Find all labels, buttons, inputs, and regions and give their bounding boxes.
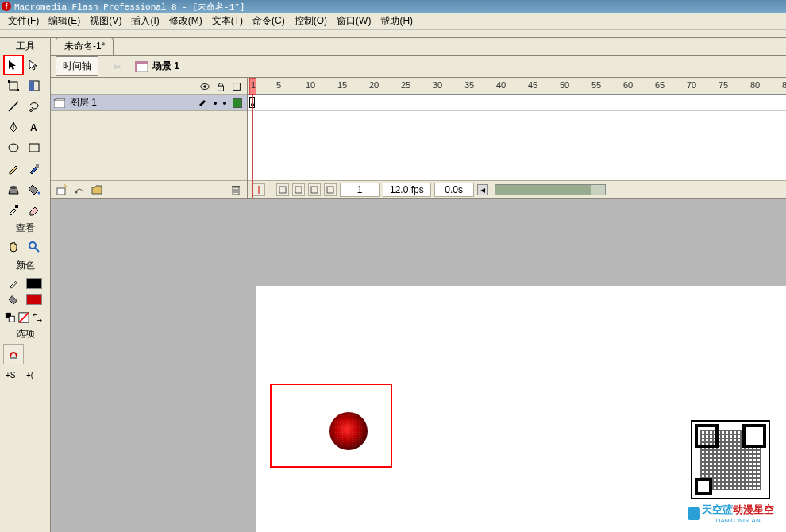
- hand-tool[interactable]: [3, 237, 24, 257]
- svg-point-33: [75, 191, 78, 193]
- text-tool[interactable]: A: [24, 117, 44, 137]
- selection-tool[interactable]: [3, 55, 24, 75]
- layer-1-frames[interactable]: [248, 95, 786, 111]
- layer-visible-dot[interactable]: [214, 102, 217, 105]
- onion-skin-outlines-button[interactable]: [292, 183, 305, 196]
- elapsed-time-display: 0.0s: [434, 183, 474, 197]
- menu-commands[interactable]: 命令(C): [248, 13, 290, 29]
- ruler-tick-55: 55: [591, 80, 601, 90]
- nav-back-button[interactable]: ⇦: [106, 61, 127, 72]
- rectangle-tool[interactable]: [24, 137, 44, 158]
- pen-tool[interactable]: [3, 117, 24, 137]
- modify-onion-markers-button[interactable]: [324, 183, 337, 196]
- lock-icon[interactable]: [215, 81, 226, 92]
- delete-layer-button[interactable]: [229, 183, 242, 196]
- menu-help[interactable]: 帮助(H): [376, 13, 418, 29]
- svg-rect-31: [54, 100, 65, 108]
- ruler-tick-75: 75: [719, 80, 728, 90]
- menu-insert[interactable]: 插入(I): [126, 13, 164, 29]
- fill-color-swatch[interactable]: [24, 291, 44, 307]
- watermark-brand-en: TIANKONGLAN: [702, 517, 774, 524]
- view-title: 查看: [0, 220, 50, 237]
- svg-text:+S: +S: [6, 371, 16, 380]
- options-title: 选项: [0, 326, 50, 342]
- ruler-tick-60: 60: [623, 80, 633, 90]
- oval-tool[interactable]: [3, 137, 24, 158]
- paint-bucket-tool[interactable]: [24, 179, 44, 199]
- menu-modify[interactable]: 修改(M): [164, 13, 207, 29]
- snap-to-objects-button[interactable]: [3, 344, 24, 364]
- zoom-tool[interactable]: [24, 237, 44, 257]
- layer-edit-icon: [198, 97, 207, 109]
- menubar: 文件(F) 编辑(E) 视图(V) 插入(I) 修改(M) 文本(T) 命令(C…: [0, 13, 786, 30]
- timeline-toggle-button[interactable]: 时间轴: [56, 56, 98, 76]
- onion-skin-button[interactable]: [276, 183, 289, 196]
- scroll-left-button[interactable]: ◂: [477, 184, 488, 195]
- lasso-tool[interactable]: [24, 96, 44, 117]
- fps-display: 12.0 fps: [383, 183, 431, 197]
- menu-text[interactable]: 文本(T): [207, 13, 248, 29]
- default-colors-button[interactable]: [3, 310, 17, 324]
- timeline-ruler[interactable]: 151015202530354045505560657075808590: [248, 78, 786, 95]
- frames-area: 151015202530354045505560657075808590: [248, 78, 786, 198]
- svg-rect-26: [135, 61, 137, 72]
- svg-rect-0: [10, 82, 17, 90]
- show-hide-icon[interactable]: [199, 81, 210, 92]
- app-title: Macromedia Flash Professional 8 - [未命名-1…: [14, 1, 245, 13]
- watermark-logo-icon: [688, 507, 700, 520]
- ruler-tick-45: 45: [528, 80, 537, 90]
- smooth-option[interactable]: +S: [3, 368, 24, 384]
- outline-icon[interactable]: [231, 81, 242, 92]
- swap-colors-button[interactable]: [30, 310, 44, 324]
- menu-file[interactable]: 文件(F): [3, 13, 44, 29]
- insert-folder-button[interactable]: [91, 183, 103, 196]
- svg-rect-42: [311, 187, 318, 193]
- frames-track[interactable]: [248, 95, 786, 180]
- document-tab[interactable]: 未命名-1*: [56, 37, 114, 55]
- center-frame-button[interactable]: [252, 183, 265, 196]
- ruler-tick-80: 80: [750, 80, 760, 90]
- free-transform-tool[interactable]: [3, 75, 24, 96]
- stroke-color-swatch[interactable]: [24, 276, 44, 291]
- red-ball-shape[interactable]: [329, 412, 368, 450]
- ink-bottle-tool[interactable]: [3, 179, 24, 199]
- scene-bar: 时间轴 ⇦ 场景 1: [51, 56, 786, 78]
- menu-control[interactable]: 控制(O): [290, 13, 332, 29]
- ruler-tick-40: 40: [496, 80, 506, 90]
- svg-rect-30: [233, 83, 241, 90]
- menu-window[interactable]: 窗口(W): [332, 13, 376, 29]
- layer-lock-dot[interactable]: [223, 102, 226, 105]
- insert-motion-guide-button[interactable]: [73, 183, 86, 196]
- straighten-option[interactable]: +(: [24, 368, 44, 384]
- scene-name[interactable]: 场景 1: [152, 60, 179, 73]
- svg-rect-4: [29, 81, 34, 91]
- layer-color-chip[interactable]: [233, 98, 242, 108]
- timeline-panel: 图层 1: [51, 78, 786, 199]
- playhead-line: [252, 95, 253, 198]
- eraser-tool[interactable]: [24, 199, 44, 220]
- timeline-footer: 1 12.0 fps 0.0s ◂: [248, 180, 786, 198]
- eyedropper-tool[interactable]: [3, 199, 24, 220]
- brush-tool[interactable]: [24, 158, 44, 179]
- layer-name: 图层 1: [70, 96, 193, 110]
- content-area: 未命名-1* 时间轴 ⇦ 场景 1 图层 1: [51, 38, 786, 532]
- insert-layer-button[interactable]: [56, 183, 68, 196]
- subselection-tool[interactable]: [24, 55, 44, 75]
- menu-edit[interactable]: 编辑(E): [44, 13, 85, 29]
- edit-multiple-frames-button[interactable]: [308, 183, 321, 196]
- no-color-button[interactable]: [17, 310, 30, 324]
- document-tabs: 未命名-1*: [51, 38, 786, 56]
- layer-panel: 图层 1: [51, 78, 248, 198]
- stage-area[interactable]: 天空蓝动漫星空 TIANKONGLAN: [51, 199, 786, 532]
- svg-rect-21: [10, 357, 17, 359]
- gradient-transform-tool[interactable]: [24, 75, 44, 96]
- layer-row-1[interactable]: 图层 1: [51, 95, 247, 111]
- pencil-tool[interactable]: [3, 158, 24, 179]
- watermark-suffix: 动漫星空: [733, 503, 774, 515]
- menu-view[interactable]: 视图(V): [85, 13, 126, 29]
- line-tool[interactable]: [3, 96, 24, 117]
- timeline-scrollbar[interactable]: [495, 184, 606, 195]
- svg-text:+(: +(: [26, 371, 34, 380]
- ruler-tick-35: 35: [464, 80, 474, 90]
- current-frame-display: 1: [340, 183, 380, 197]
